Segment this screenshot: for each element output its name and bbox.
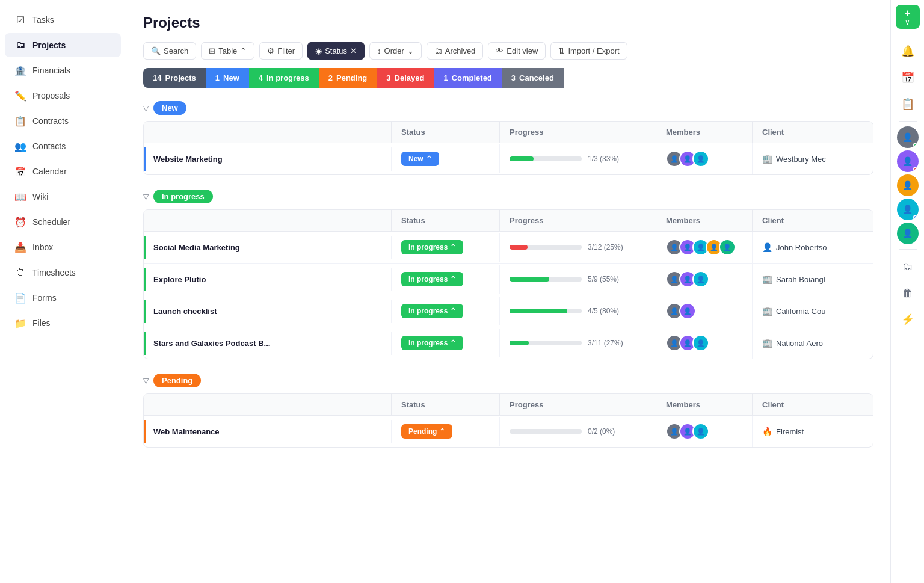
tab-delayed[interactable]: 3 Delayed: [377, 68, 434, 88]
status-badge[interactable]: Pending ⌃: [401, 424, 452, 439]
group-inprogress-badge[interactable]: In progress: [153, 190, 213, 203]
scheduler-icon: ⏰: [14, 216, 26, 228]
status-cell: In progress ⌃: [392, 233, 500, 262]
status-button[interactable]: ◉ Status ✕: [307, 42, 365, 60]
progress-wrap: 1/3 (33%): [510, 155, 619, 163]
user-avatar-4[interactable]: 👤: [897, 199, 919, 220]
progress-cell: 3/11 (27%): [500, 332, 656, 354]
progress-text: 5/9 (55%): [588, 275, 619, 283]
sidebar-item-tasks[interactable]: ☑ Tasks: [5, 8, 121, 32]
contracts-icon: 📋: [14, 115, 26, 127]
clipboard-button[interactable]: 📋: [896, 92, 920, 116]
tab-new[interactable]: 1 New: [206, 68, 249, 88]
tab-all[interactable]: 14 Projects: [143, 68, 206, 88]
members-avatars: 👤 👤 👤: [666, 150, 709, 167]
progress-wrap: 3/12 (25%): [510, 243, 623, 251]
add-button[interactable]: + ∨: [896, 5, 920, 29]
search-button[interactable]: 🔍 Search: [143, 42, 196, 60]
client-name: Sarah Boiangl: [776, 275, 825, 284]
user-avatar-1[interactable]: 👤: [897, 126, 919, 148]
sidebar-item-inbox[interactable]: 📥 Inbox: [5, 235, 121, 259]
group-inprogress-chevron[interactable]: ▽: [143, 193, 149, 201]
status-cell: In progress ⌃: [392, 297, 500, 325]
tab-canceled-count: 3: [511, 73, 516, 82]
project-name[interactable]: Launch checklist: [153, 307, 217, 316]
project-name[interactable]: Web Maintenance: [153, 427, 220, 436]
avatar[interactable]: 👤: [679, 303, 696, 319]
sidebar-item-proposals[interactable]: ✏️ Proposals: [5, 84, 121, 108]
tab-canceled[interactable]: 3 Canceled: [502, 68, 564, 88]
filter-button[interactable]: ⚙ Filter: [259, 42, 303, 60]
sidebar-item-files[interactable]: 📁 Files: [5, 311, 121, 335]
sidebar-item-forms[interactable]: 📄 Forms: [5, 286, 121, 310]
sidebar-label-financials: Financials: [32, 66, 70, 75]
order-button[interactable]: ↕ Order ⌄: [369, 42, 422, 60]
sidebar-item-calendar[interactable]: 📅 Calendar: [5, 159, 121, 184]
sidebar-item-projects[interactable]: 🗂 Projects: [5, 33, 121, 57]
sidebar-item-scheduler[interactable]: ⏰ Scheduler: [5, 210, 121, 234]
project-name-cell: Website Marketing: [144, 147, 392, 171]
trash-button[interactable]: 🗑: [896, 281, 920, 305]
trash-icon: 🗑: [902, 287, 913, 300]
sidebar-item-financials[interactable]: 🏦 Financials: [5, 58, 121, 82]
import-export-button[interactable]: ⇅ Import / Export: [550, 42, 627, 60]
col-name-p: [144, 394, 392, 415]
client-wrap: 🏢 Sarah Boiangl: [762, 274, 825, 284]
avatar[interactable]: 👤: [692, 150, 709, 167]
members-avatars: 👤 👤: [666, 303, 696, 319]
status-badge-label: In progress: [408, 275, 448, 283]
status-badge[interactable]: In progress ⌃: [401, 240, 463, 254]
group-new-badge[interactable]: New: [153, 101, 186, 115]
group-new-chevron[interactable]: ▽: [143, 104, 149, 113]
user-avatar-3[interactable]: 👤: [897, 174, 919, 196]
tab-pending-count: 2: [328, 73, 333, 82]
avatar[interactable]: 👤: [692, 423, 709, 440]
status-badge[interactable]: In progress ⌃: [401, 336, 463, 350]
storage-button[interactable]: 🗂: [896, 254, 920, 279]
forms-icon: 📄: [14, 292, 26, 304]
progress-cell: 0/2 (0%): [500, 420, 656, 443]
user-avatar-5[interactable]: 👤: [897, 223, 919, 244]
lightning-button[interactable]: ⚡: [896, 307, 920, 332]
sidebar-item-contacts[interactable]: 👥 Contacts: [5, 134, 121, 158]
status-badge[interactable]: New ⌃: [401, 152, 439, 166]
lightning-icon: ⚡: [901, 313, 914, 326]
sidebar-item-wiki[interactable]: 📖 Wiki: [5, 185, 121, 209]
group-inprogress-table: Status Progress Members Client Social Me…: [143, 209, 873, 359]
project-name[interactable]: Explore Plutio: [153, 275, 206, 284]
project-name[interactable]: Stars and Galaxies Podcast B...: [153, 339, 270, 348]
sidebar-item-timesheets[interactable]: ⏱ Timesheets: [5, 261, 121, 285]
project-name[interactable]: Social Media Marketing: [153, 243, 240, 252]
avatar[interactable]: 👤: [692, 335, 709, 351]
col-status-p: Status: [392, 394, 500, 415]
table-row: Launch checklist In progress ⌃ 4/5 (80%): [144, 295, 873, 327]
group-pending-chevron[interactable]: ▽: [143, 377, 149, 385]
table-button[interactable]: ⊞ Table ⌃: [201, 42, 254, 60]
status-badge-label: Pending: [408, 427, 437, 436]
group-pending-badge[interactable]: Pending: [153, 374, 201, 387]
progress-wrap: 3/11 (27%): [510, 339, 623, 347]
status-badge-chevron: ⌃: [450, 307, 456, 315]
main-content: Projects 🔍 Search ⊞ Table ⌃ ⚙ Filter ◉ S…: [126, 0, 890, 583]
status-label: Status: [325, 46, 347, 55]
project-name[interactable]: Website Marketing: [153, 155, 223, 164]
tab-pending[interactable]: 2 Pending: [319, 68, 377, 88]
archived-button[interactable]: 🗂 Archived: [427, 42, 484, 60]
progress-bar-bg: [510, 245, 582, 250]
sidebar-item-contracts[interactable]: 📋 Contracts: [5, 109, 121, 133]
tab-inprogress[interactable]: 4 In progress: [249, 68, 319, 88]
status-badge[interactable]: In progress ⌃: [401, 272, 463, 286]
progress-bar-bg: [510, 341, 582, 345]
offline-status-dot: [913, 167, 918, 171]
calendar-rp-button[interactable]: 📅: [896, 66, 920, 90]
avatar[interactable]: 👤: [692, 271, 709, 288]
user-avatar-2[interactable]: 👤: [897, 150, 919, 172]
progress-cell: 4/5 (80%): [500, 300, 656, 322]
notification-button[interactable]: 🔔: [896, 39, 920, 63]
edit-view-button[interactable]: 👁 Edit view: [488, 42, 546, 60]
right-panel: + ∨ 🔔 📅 📋 👤 👤 👤 👤 👤 🗂 🗑 ⚡: [890, 0, 924, 583]
avatar[interactable]: 👤: [719, 239, 736, 256]
tab-completed[interactable]: 1 Completed: [434, 68, 501, 88]
status-badge-chevron: ⌃: [450, 339, 456, 347]
status-badge[interactable]: In progress ⌃: [401, 304, 463, 318]
